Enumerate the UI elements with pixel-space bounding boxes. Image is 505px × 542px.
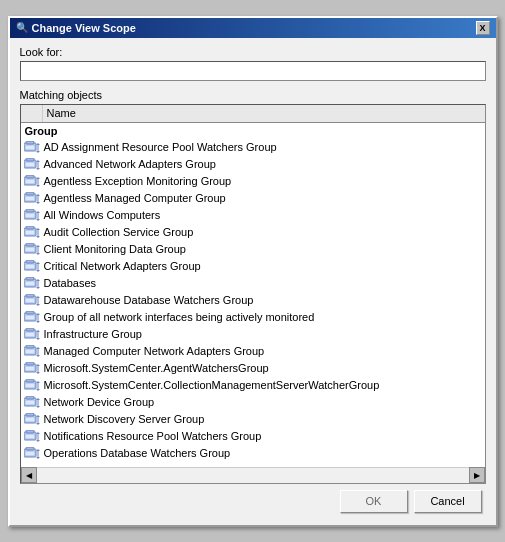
item-text: Agentless Managed Computer Group: [44, 192, 226, 204]
cancel-button[interactable]: Cancel: [414, 490, 482, 513]
svg-rect-21: [26, 226, 34, 229]
button-row: OK Cancel: [20, 484, 486, 517]
svg-rect-26: [25, 247, 35, 252]
svg-rect-58: [25, 383, 35, 388]
list-scroll-area[interactable]: Group AD Assignment Resource Pool Watche…: [21, 123, 485, 467]
svg-rect-61: [26, 396, 34, 399]
group-icon: [23, 191, 41, 205]
svg-rect-49: [26, 345, 34, 348]
col-icon-header: [21, 105, 43, 122]
group-icon: [23, 378, 41, 392]
group-icon: [23, 293, 41, 307]
look-for-input[interactable]: [20, 61, 486, 81]
group-icon: [23, 242, 41, 256]
group-icon: [23, 259, 41, 273]
item-text: Audit Collection Service Group: [44, 226, 194, 238]
list-item[interactable]: AD Assignment Resource Pool Watchers Gro…: [21, 139, 485, 156]
group-icon: [23, 429, 41, 443]
list-item[interactable]: Advanced Network Adapters Group: [21, 156, 485, 173]
item-text: Group of all network interfaces being ac…: [44, 311, 315, 323]
group-icon: [23, 276, 41, 290]
group-icon: [23, 395, 41, 409]
list-item[interactable]: Microsoft.SystemCenter.AgentWatchersGrou…: [21, 360, 485, 377]
svg-rect-37: [26, 294, 34, 297]
item-text: Network Device Group: [44, 396, 155, 408]
svg-rect-14: [25, 196, 35, 201]
svg-rect-17: [26, 209, 34, 212]
svg-rect-69: [26, 430, 34, 433]
svg-rect-62: [25, 400, 35, 405]
svg-rect-22: [25, 230, 35, 235]
svg-rect-10: [25, 179, 35, 184]
group-icon: [23, 327, 41, 341]
dialog-icon: 🔍: [16, 22, 28, 33]
dialog-title: Change View Scope: [32, 22, 136, 34]
list-item[interactable]: Network Discovery Server Group: [21, 411, 485, 428]
ok-button[interactable]: OK: [340, 490, 408, 513]
list-item[interactable]: Databases: [21, 275, 485, 292]
item-text: Managed Computer Network Adapters Group: [44, 345, 265, 357]
scroll-left-button[interactable]: ◀: [21, 467, 37, 483]
group-icon: [23, 157, 41, 171]
list-item[interactable]: Notifications Resource Pool Watchers Gro…: [21, 428, 485, 445]
item-text: Advanced Network Adapters Group: [44, 158, 216, 170]
svg-rect-42: [25, 315, 35, 320]
list-item[interactable]: Network Device Group: [21, 394, 485, 411]
list-item[interactable]: Critical Network Adapters Group: [21, 258, 485, 275]
item-text: Operations Database Watchers Group: [44, 447, 231, 459]
svg-rect-57: [26, 379, 34, 382]
item-text: Notifications Resource Pool Watchers Gro…: [44, 430, 262, 442]
list-item[interactable]: All Windows Computers: [21, 207, 485, 224]
svg-rect-38: [25, 298, 35, 303]
list-item[interactable]: Audit Collection Service Group: [21, 224, 485, 241]
scroll-right-button[interactable]: ▶: [469, 467, 485, 483]
col-name-header: Name: [43, 107, 485, 119]
svg-rect-70: [25, 434, 35, 439]
item-text: Network Discovery Server Group: [44, 413, 205, 425]
svg-rect-13: [26, 192, 34, 195]
group-icon: [23, 140, 41, 154]
group-icon: [23, 310, 41, 324]
group-icon: [23, 412, 41, 426]
svg-rect-74: [25, 451, 35, 456]
svg-rect-66: [25, 417, 35, 422]
list-items: AD Assignment Resource Pool Watchers Gro…: [21, 139, 485, 462]
list-item[interactable]: Group of all network interfaces being ac…: [21, 309, 485, 326]
close-button[interactable]: X: [476, 21, 490, 35]
item-text: All Windows Computers: [44, 209, 161, 221]
svg-rect-9: [26, 175, 34, 178]
list-item[interactable]: Client Monitoring Data Group: [21, 241, 485, 258]
dialog-content: Look for: Matching objects Name Group AD…: [10, 38, 496, 525]
list-item[interactable]: Managed Computer Network Adapters Group: [21, 343, 485, 360]
svg-rect-46: [25, 332, 35, 337]
svg-rect-53: [26, 362, 34, 365]
svg-rect-29: [26, 260, 34, 263]
group-icon: [23, 225, 41, 239]
item-text: AD Assignment Resource Pool Watchers Gro…: [44, 141, 277, 153]
item-text: Critical Network Adapters Group: [44, 260, 201, 272]
list-item[interactable]: Operations Database Watchers Group: [21, 445, 485, 462]
item-text: Databases: [44, 277, 97, 289]
change-view-scope-dialog: 🔍 Change View Scope X Look for: Matching…: [8, 16, 498, 527]
list-item[interactable]: Agentless Exception Monitoring Group: [21, 173, 485, 190]
list-item[interactable]: Microsoft.SystemCenter.CollectionManagem…: [21, 377, 485, 394]
group-icon: [23, 361, 41, 375]
item-text: Client Monitoring Data Group: [44, 243, 186, 255]
svg-rect-45: [26, 328, 34, 331]
list-item[interactable]: Infrastructure Group: [21, 326, 485, 343]
matching-objects-label: Matching objects: [20, 89, 486, 101]
group-icon: [23, 446, 41, 460]
svg-rect-25: [26, 243, 34, 246]
svg-rect-33: [26, 277, 34, 280]
svg-rect-41: [26, 311, 34, 314]
item-text: Microsoft.SystemCenter.CollectionManagem…: [44, 379, 380, 391]
look-for-label: Look for:: [20, 46, 486, 58]
svg-rect-18: [25, 213, 35, 218]
list-header: Name: [21, 105, 485, 123]
group-icon: [23, 344, 41, 358]
item-text: Agentless Exception Monitoring Group: [44, 175, 232, 187]
svg-rect-6: [25, 162, 35, 167]
list-item[interactable]: Agentless Managed Computer Group: [21, 190, 485, 207]
title-bar: 🔍 Change View Scope X: [10, 18, 496, 38]
list-item[interactable]: Datawarehouse Database Watchers Group: [21, 292, 485, 309]
